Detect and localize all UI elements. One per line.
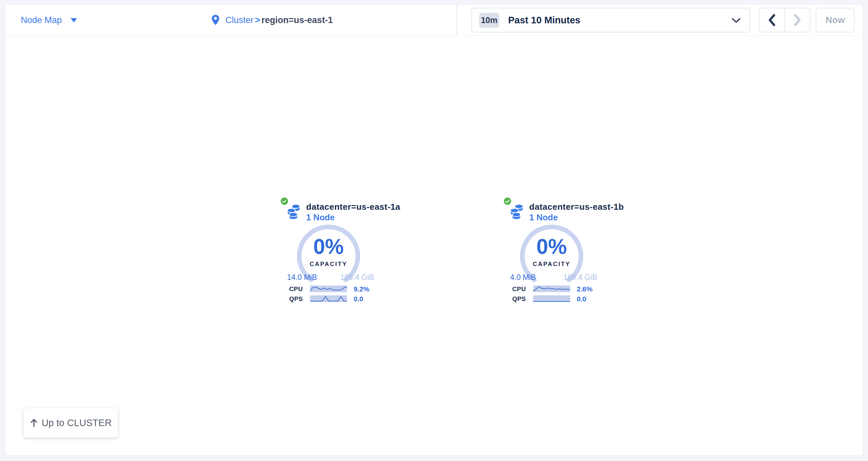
capacity-used: 14.0 MiB	[287, 273, 317, 282]
caret-down-icon	[70, 18, 77, 22]
arrow-up-icon	[30, 418, 38, 427]
qps-stat-row: QPS 0.0	[500, 295, 599, 303]
datacenter-title: datacenter=us-east-1b	[529, 202, 624, 212]
time-window-dropdown[interactable]: 10m Past 10 Minutes	[471, 8, 750, 32]
view-selector-label: Node Map	[21, 15, 62, 25]
breadcrumb: Cluster>region=us-east-1	[211, 5, 333, 36]
cpu-stat-row: CPU 2.6%	[500, 285, 599, 293]
capacity-total: 169.4 GiB	[340, 273, 374, 282]
main-panel: Node Map Cluster>region=us-east-1 10m Pa…	[5, 4, 863, 455]
time-history-arrows	[759, 8, 810, 32]
chevron-left-icon	[768, 13, 776, 27]
qps-value: 0.0	[353, 295, 363, 303]
capacity-percent: 0%	[519, 236, 585, 258]
topbar-divider	[457, 5, 457, 36]
cpu-sparkline	[310, 286, 347, 292]
datacenter-card-us-east-1a[interactable]: datacenter=us-east-1a 1 Node 0% CAPACITY…	[277, 194, 376, 307]
qps-sparkline	[533, 295, 570, 302]
capacity-used: 4.0 MiB	[510, 273, 536, 282]
breadcrumb-cluster-link[interactable]: Cluster	[225, 15, 254, 25]
location-pin-icon	[211, 14, 220, 26]
top-bar: Node Map Cluster>region=us-east-1 10m Pa…	[5, 5, 863, 36]
qps-value: 0.0	[577, 295, 586, 303]
breadcrumb-separator: >	[255, 15, 260, 25]
up-to-cluster-button[interactable]: Up to CLUSTER	[23, 408, 118, 438]
history-forward-button[interactable]	[785, 8, 810, 32]
cpu-label: CPU	[277, 286, 303, 293]
qps-label: QPS	[500, 295, 526, 303]
datacenter-card-us-east-1b[interactable]: datacenter=us-east-1b 1 Node 0% CAPACITY…	[500, 194, 599, 307]
now-button[interactable]: Now	[816, 8, 855, 32]
database-stack-icon	[509, 204, 525, 220]
qps-label: QPS	[277, 295, 303, 303]
breadcrumb-current: region=us-east-1	[261, 15, 333, 25]
qps-stat-row: QPS 0.0	[277, 295, 376, 303]
cpu-label: CPU	[500, 286, 526, 293]
database-stack-icon	[286, 204, 302, 220]
up-to-cluster-label: Up to CLUSTER	[41, 418, 112, 428]
history-back-button[interactable]	[759, 8, 785, 32]
cpu-stat-row: CPU 9.2%	[277, 285, 376, 293]
capacity-caption: CAPACITY	[296, 261, 362, 268]
time-window-badge: 10m	[479, 13, 499, 28]
cpu-value: 9.2%	[353, 285, 369, 293]
time-window-label: Past 10 Minutes	[508, 15, 580, 26]
chevron-right-icon	[793, 13, 802, 27]
cpu-sparkline	[533, 286, 570, 292]
capacity-percent: 0%	[296, 236, 362, 258]
cpu-value: 2.6%	[577, 285, 592, 293]
datacenter-node-count: 1 Node	[306, 212, 335, 223]
datacenter-node-count: 1 Node	[529, 212, 558, 223]
qps-sparkline	[310, 295, 347, 302]
chevron-down-icon	[732, 18, 741, 23]
datacenter-title: datacenter=us-east-1a	[306, 202, 400, 212]
capacity-caption: CAPACITY	[519, 261, 585, 268]
capacity-total: 169.4 GiB	[563, 273, 597, 282]
capacity-values-row: 4.0 MiB 169.4 GiB	[510, 273, 597, 282]
capacity-values-row: 14.0 MiB 169.4 GiB	[287, 273, 374, 282]
view-selector-dropdown[interactable]: Node Map	[21, 5, 77, 36]
